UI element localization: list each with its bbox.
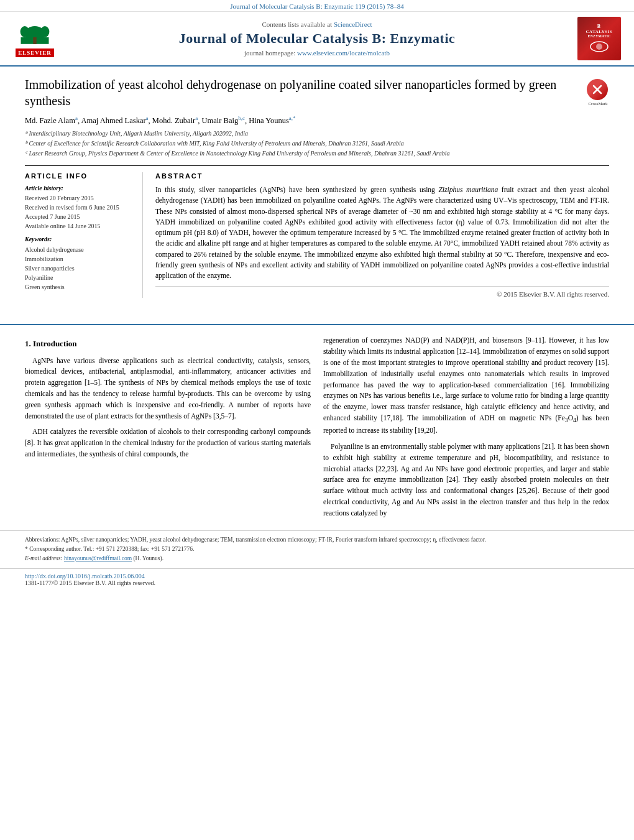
catalysis-line3: ENZYMATIC — [588, 34, 611, 38]
catalysis-flask-icon — [587, 40, 612, 53]
abstract-text: In this study, silver nanoparticles (AgN… — [155, 185, 609, 281]
body-para-3: regeneration of coenzymes NAD(P) and NAD… — [323, 335, 609, 436]
article-title-row: Immobilization of yeast alcohol dehydrog… — [25, 76, 609, 109]
copyright-line: © 2015 Elsevier B.V. All rights reserved… — [155, 286, 609, 298]
elsevier-logo: ELSEVIER — [10, 21, 60, 57]
body-para-1: AgNPs have various diverse applications … — [25, 356, 311, 422]
affiliations: ᵃ Interdisciplinary Biotechnology Unit, … — [25, 129, 609, 158]
homepage-link[interactable]: www.elsevier.com/locate/molcatb — [297, 49, 390, 57]
crossmark-label: CrossMark — [587, 101, 609, 106]
svg-point-2 — [21, 26, 29, 37]
catalysis-line1: B — [597, 24, 601, 29]
keyword-5: Green synthesis — [25, 282, 135, 292]
footer-area: http://dx.doi.org/10.1016/j.molcatb.2015… — [0, 568, 634, 590]
svg-point-6 — [596, 44, 602, 50]
keywords-label: Keywords: — [25, 236, 135, 242]
abstract-heading: ABSTRACT — [155, 172, 609, 180]
catalysis-logo: B CATALYSIS ENZYMATIC — [574, 17, 624, 60]
body-para-4: Polyaniline is an environmentally stable… — [323, 441, 609, 519]
banner-text: Journal of Molecular Catalysis B: Enzyma… — [230, 2, 403, 10]
journal-header: ELSEVIER Contents lists available at Sci… — [0, 12, 634, 67]
available-date: Available online 14 June 2015 — [25, 222, 135, 231]
article-history-label: Article history: — [25, 185, 135, 192]
footnote-corresponding: * Corresponding author. Tel.: +91 571 27… — [25, 545, 609, 553]
keyword-3: Silver nanoparticles — [25, 264, 135, 273]
body-para-2: ADH catalyzes the reversible oxidation o… — [25, 427, 311, 459]
header-center: Contents lists available at ScienceDirec… — [60, 21, 574, 57]
article-title: Immobilization of yeast alcohol dehydrog… — [25, 76, 579, 109]
accepted-date: Accepted 7 June 2015 — [25, 213, 135, 221]
contents-link: Contents lists available at ScienceDirec… — [60, 21, 574, 28]
affiliation-a: ᵃ Interdisciplinary Biotechnology Unit, … — [25, 129, 609, 138]
svg-rect-4 — [33, 37, 36, 44]
body-right-col: regeneration of coenzymes NAD(P) and NAD… — [323, 335, 609, 524]
crossmark-icon[interactable]: CrossMark — [587, 79, 609, 106]
doi-link[interactable]: http://dx.doi.org/10.1016/j.molcatb.2015… — [25, 573, 609, 579]
footnotes-area: Abbreviations: AgNPs, silver nanoparticl… — [0, 530, 634, 563]
authors-line: Md. Fazle Alama, Amaj Ahmed Laskara, Moh… — [25, 115, 609, 126]
section-divider — [0, 324, 634, 325]
authors-text: Md. Fazle Alama, Amaj Ahmed Laskara, Moh… — [25, 116, 296, 125]
crossmark-badge — [587, 79, 608, 100]
body-content: 1. Introduction AgNPs have various diver… — [0, 335, 634, 524]
article-info-panel: ARTICLE INFO Article history: Received 2… — [25, 172, 143, 298]
elsevier-label: ELSEVIER — [16, 48, 54, 57]
sciencedirect-link[interactable]: ScienceDirect — [334, 21, 372, 28]
abstract-panel: ABSTRACT In this study, silver nanoparti… — [155, 172, 609, 298]
affiliation-b: ᵇ Center of Excellence for Scientific Re… — [25, 139, 609, 148]
article-info-heading: ARTICLE INFO — [25, 172, 135, 180]
catalysis-line2: CATALYSIS — [586, 29, 613, 34]
crossmark-svg — [590, 83, 604, 96]
footnote-email: E-mail address: hinayounus@rediffmail.co… — [25, 555, 609, 563]
received-date: Received 20 February 2015 — [25, 194, 135, 203]
article-area: Immobilization of yeast alcohol dehydrog… — [0, 67, 634, 318]
elsevier-tree-icon — [16, 21, 53, 48]
svg-point-3 — [40, 26, 49, 37]
received-revised-date: Received in revised form 6 June 2015 — [25, 203, 135, 212]
email-link[interactable]: hinayounus@rediffmail.com — [64, 555, 132, 561]
keyword-2: Immobilization — [25, 254, 135, 264]
article-info-abstract-row: ARTICLE INFO Article history: Received 2… — [25, 165, 609, 298]
intro-heading: 1. Introduction — [25, 338, 311, 350]
footnote-abbreviations: Abbreviations: AgNPs, silver nanoparticl… — [25, 536, 609, 544]
issn-text: 1381-1177/© 2015 Elsevier B.V. All right… — [25, 579, 609, 586]
body-left-col: 1. Introduction AgNPs have various diver… — [25, 335, 311, 524]
journal-title: Journal of Molecular Catalysis B: Enzyma… — [60, 30, 574, 47]
keywords-section: Keywords: Alcohol dehydrogenase Immobili… — [25, 236, 135, 292]
catalysis-logo-box: B CATALYSIS ENZYMATIC — [577, 17, 621, 60]
top-banner: Journal of Molecular Catalysis B: Enzyma… — [0, 0, 634, 12]
keyword-4: Polyaniline — [25, 273, 135, 282]
affiliation-c: ᶜ Laser Research Group, Physics Departme… — [25, 149, 609, 158]
doi-anchor[interactable]: http://dx.doi.org/10.1016/j.molcatb.2015… — [25, 573, 145, 579]
keyword-1: Alcohol dehydrogenase — [25, 245, 135, 254]
journal-homepage: journal homepage: www.elsevier.com/locat… — [60, 49, 574, 57]
